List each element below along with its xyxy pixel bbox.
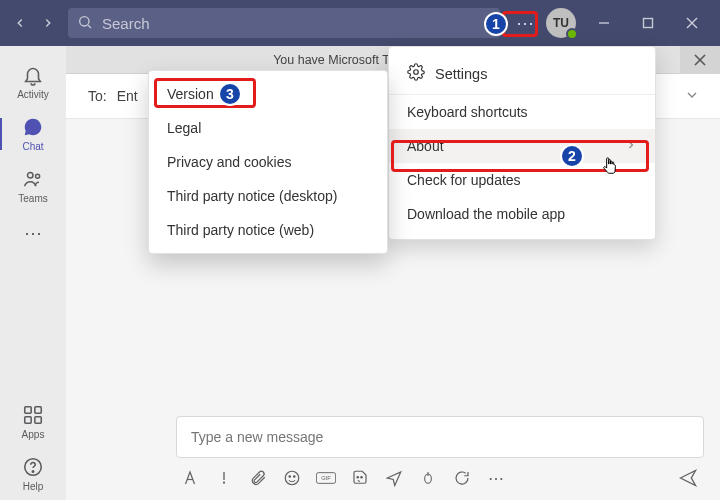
svg-point-18	[289, 476, 291, 478]
svg-rect-3	[644, 19, 653, 28]
about-submenu: Version Legal Privacy and cookies Third …	[148, 70, 388, 254]
annotation-badge-3: 3	[218, 82, 242, 106]
maximize-button[interactable]	[626, 0, 670, 46]
submenu-legal[interactable]: Legal	[149, 111, 387, 145]
rail-apps[interactable]: Apps	[0, 396, 66, 448]
rail-help[interactable]: Help	[0, 448, 66, 500]
attach-icon[interactable]	[248, 468, 268, 488]
svg-point-25	[414, 70, 419, 75]
svg-point-6	[28, 173, 34, 179]
avatar[interactable]: TU	[546, 8, 576, 38]
rail-chat[interactable]: Chat	[0, 108, 66, 160]
submenu-privacy[interactable]: Privacy and cookies	[149, 145, 387, 179]
rail-activity[interactable]: Activity	[0, 56, 66, 108]
annotation-badge-1: 1	[484, 12, 508, 36]
menu-settings[interactable]: Settings	[389, 55, 655, 95]
stream-icon[interactable]	[418, 468, 438, 488]
approvals-icon[interactable]	[452, 468, 472, 488]
avatar-initials: TU	[553, 16, 569, 30]
sticker-icon[interactable]	[350, 468, 370, 488]
rail-teams[interactable]: Teams	[0, 160, 66, 212]
cursor-pointer-icon	[600, 156, 620, 183]
chevron-down-icon[interactable]	[684, 87, 700, 106]
svg-point-22	[357, 477, 359, 479]
back-button[interactable]	[6, 9, 34, 37]
rail-more[interactable]: ⋯	[24, 212, 43, 254]
menu-keyboard-shortcuts[interactable]: Keyboard shortcuts	[389, 95, 655, 129]
svg-point-0	[80, 17, 89, 26]
svg-rect-11	[35, 417, 41, 423]
app-rail: Activity Chat Teams ⋯ Apps Help	[0, 46, 66, 500]
menu-settings-label: Settings	[435, 66, 487, 82]
svg-point-16	[223, 482, 225, 484]
rail-teams-label: Teams	[18, 193, 47, 204]
rail-activity-label: Activity	[17, 89, 49, 100]
rail-help-label: Help	[23, 481, 44, 492]
svg-point-19	[294, 476, 296, 478]
search-input[interactable]	[68, 8, 500, 38]
send-button[interactable]	[678, 468, 698, 488]
svg-point-23	[361, 477, 363, 479]
svg-point-13	[32, 471, 33, 472]
teams-icon	[22, 168, 44, 190]
more-actions-icon[interactable]: ⋯	[486, 468, 506, 488]
svg-rect-8	[25, 407, 31, 413]
composer: Type a new message GIF ⋯	[176, 416, 704, 488]
format-icon[interactable]	[180, 468, 200, 488]
emoji-icon[interactable]	[282, 468, 302, 488]
help-icon	[22, 456, 44, 478]
settings-menu: Settings Keyboard shortcuts About Check …	[388, 46, 656, 240]
bell-icon	[22, 64, 44, 86]
gear-icon	[407, 63, 425, 84]
composer-toolbar: GIF ⋯	[176, 468, 704, 488]
rail-chat-label: Chat	[22, 141, 43, 152]
priority-icon[interactable]	[214, 468, 234, 488]
svg-line-1	[88, 25, 91, 28]
svg-text:GIF: GIF	[321, 476, 331, 482]
svg-point-7	[36, 174, 40, 178]
title-bar: ⋯ TU	[0, 0, 720, 46]
chevron-right-icon	[625, 138, 637, 154]
submenu-version[interactable]: Version	[149, 77, 387, 111]
schedule-icon[interactable]	[384, 468, 404, 488]
chat-icon	[22, 116, 44, 138]
search-icon	[77, 14, 93, 34]
submenu-tpn-web[interactable]: Third party notice (web)	[149, 213, 387, 247]
svg-point-17	[285, 471, 299, 485]
svg-rect-9	[35, 407, 41, 413]
more-menu-button[interactable]: ⋯	[510, 9, 540, 37]
banner-close-button[interactable]	[680, 46, 720, 74]
close-button[interactable]	[670, 0, 714, 46]
apps-icon	[22, 404, 44, 426]
menu-download-mobile[interactable]: Download the mobile app	[389, 197, 655, 231]
search-wrapper	[68, 8, 500, 38]
to-value: Ent	[117, 88, 138, 104]
submenu-tpn-desktop[interactable]: Third party notice (desktop)	[149, 179, 387, 213]
gif-icon[interactable]: GIF	[316, 468, 336, 488]
to-label: To:	[88, 88, 107, 104]
svg-rect-10	[25, 417, 31, 423]
annotation-badge-2: 2	[560, 144, 584, 168]
message-input[interactable]: Type a new message	[176, 416, 704, 458]
presence-available-icon	[566, 28, 578, 40]
minimize-button[interactable]	[582, 0, 626, 46]
rail-apps-label: Apps	[22, 429, 45, 440]
forward-button[interactable]	[34, 9, 62, 37]
